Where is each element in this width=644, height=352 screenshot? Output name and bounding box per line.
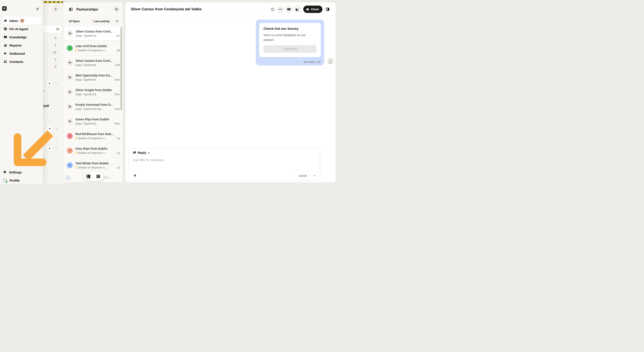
conversation-preview: Details of response s... bbox=[78, 151, 107, 154]
chevron-down-icon[interactable] bbox=[55, 82, 58, 85]
faded-avatar bbox=[65, 175, 71, 181]
panel-collapse-icon[interactable] bbox=[69, 8, 73, 11]
sidebar-item-inbox[interactable]: Inbox19 bbox=[2, 17, 42, 25]
conversation-panel: Silver Cactus from Cerdanyola del Vallès… bbox=[125, 2, 336, 183]
composer-mode-selector[interactable]: Reply bbox=[133, 151, 150, 154]
chevron-right-icon[interactable] bbox=[55, 137, 58, 140]
awaiting-flag bbox=[76, 166, 76, 169]
pin-sidebar-icon[interactable] bbox=[36, 7, 39, 11]
conversation-list-item[interactable]: Silver Knight from Dublin [App: Typeform… bbox=[63, 85, 123, 99]
conversation-title: Silver Cactus from Cerdanyola del Vallès bbox=[131, 7, 270, 12]
details-panel-toggle-icon[interactable] bbox=[326, 7, 330, 11]
open-filter-button[interactable]: 19 Open bbox=[66, 18, 82, 24]
gear-icon bbox=[3, 170, 7, 174]
conversation-time: 2mo bbox=[113, 78, 120, 81]
conversation-list: Silver Cactus from Cerd... [App: Typefor… bbox=[63, 26, 123, 172]
reply-arrow-icon bbox=[67, 60, 73, 66]
ticket-icon bbox=[287, 7, 291, 11]
add-inbox-button[interactable]: + bbox=[52, 5, 60, 13]
online-status-dot bbox=[6, 181, 8, 183]
conversation-list-item[interactable]: Grey Rain from Dublin Details of respons… bbox=[63, 143, 123, 158]
conversation-preview: [App: Typeform] bbox=[76, 78, 96, 81]
reply-arrow-icon bbox=[67, 31, 73, 36]
inbox-count: 19 bbox=[56, 27, 59, 31]
conversation-list-item[interactable]: Silver Cactus from Cerd... [App: Typefor… bbox=[64, 27, 122, 40]
snooze-button[interactable]: z bbox=[294, 6, 301, 13]
unread-count-badge: 19 bbox=[20, 18, 24, 23]
conversation-time: 1y bbox=[115, 137, 120, 140]
shortcuts-lightning-icon[interactable] bbox=[133, 174, 137, 178]
fin-icon bbox=[4, 27, 7, 31]
conversation-time: 1y bbox=[115, 151, 120, 154]
sidebar-item-fin-ai-agent[interactable]: Fin AI Agent bbox=[2, 25, 42, 33]
sidebar-item-knowledge[interactable]: Knowledge bbox=[2, 33, 42, 41]
conversation-list-item[interactable]: Silver Cactus from Cerd... [App: Typefor… bbox=[63, 55, 123, 70]
conversation-list-item[interactable]: Green Pipe from Dublin [App: Typeform] 3… bbox=[63, 114, 123, 129]
send-button[interactable]: Send bbox=[299, 174, 307, 178]
conversation-preview: [App: Typeform] bbox=[76, 63, 96, 67]
add-icon[interactable]: + bbox=[46, 80, 53, 87]
conversation-time: 2mo bbox=[113, 93, 120, 96]
participant-avatar bbox=[67, 45, 73, 51]
list-scrollbar[interactable] bbox=[120, 27, 122, 110]
chevron-right-icon[interactable] bbox=[55, 127, 58, 130]
survey-click-here-button[interactable]: Click here bbox=[264, 45, 316, 53]
list-title: Partnerships bbox=[76, 7, 113, 12]
awaiting-flag bbox=[76, 137, 76, 140]
add-icon[interactable]: + bbox=[46, 126, 53, 132]
star-icon[interactable] bbox=[270, 7, 275, 12]
intercom-logo[interactable] bbox=[2, 6, 7, 11]
survey-message-bubble: Check Out our Survey Give us some feedba… bbox=[256, 20, 324, 66]
sidebar-item-outbound[interactable]: Outbound bbox=[2, 49, 42, 58]
conversation-time: 1y bbox=[115, 166, 120, 169]
sidebar-item-profile[interactable]: Profile bbox=[2, 177, 42, 184]
reply-bubble-icon bbox=[133, 151, 136, 154]
conversation-list-item[interactable]: Lilac Grill from Dublin Details of respo… bbox=[63, 41, 123, 55]
chevron-right-icon[interactable] bbox=[55, 147, 58, 150]
minus-glyph bbox=[69, 48, 71, 49]
more-options-button[interactable] bbox=[276, 6, 284, 13]
split-view-button[interactable] bbox=[85, 173, 92, 180]
send-options-chevron-icon[interactable] bbox=[313, 174, 316, 177]
column-view-button[interactable] bbox=[95, 173, 102, 180]
minus-glyph bbox=[69, 136, 71, 136]
composer-placeholder[interactable]: Use ⌘K for shortcuts bbox=[133, 158, 164, 162]
conversation-list-item[interactable]: Purple Astronaut from D... [App: Typefor… bbox=[63, 99, 123, 114]
contacts-icon bbox=[4, 60, 7, 64]
close-conversation-button[interactable]: Close bbox=[303, 6, 322, 13]
sort-field-button[interactable]: Last activity bbox=[91, 18, 112, 24]
participant-avatar bbox=[67, 133, 73, 139]
section-row[interactable]: + bbox=[46, 135, 58, 142]
conversation-title: Teal Whale from Dublin bbox=[76, 161, 120, 165]
inbox-selected-row[interactable]: 19 bbox=[41, 25, 62, 33]
conversation-list-item[interactable]: Mint Spaceship from Du... [App: Typeform… bbox=[63, 70, 123, 85]
conversation-list-item[interactable]: Red Birdhouse from Dub... Details of res… bbox=[63, 129, 123, 143]
sidebar-item-contacts[interactable]: Contacts bbox=[2, 58, 42, 66]
conversation-list-item[interactable]: Teal Whale from Dublin Details of respon… bbox=[63, 158, 123, 172]
reply-arrow-icon bbox=[67, 104, 73, 110]
conversation-time: 3mo bbox=[113, 122, 120, 125]
section-row[interactable]: + bbox=[46, 126, 58, 132]
sidebar-nav: Inbox19 Fin AI Agent Knowledge Reports O… bbox=[2, 17, 42, 66]
conversation-preview: Details of response s... bbox=[78, 166, 107, 169]
sidebar-item-settings[interactable]: Settings bbox=[2, 168, 42, 176]
sort-direction-button[interactable] bbox=[114, 18, 120, 24]
add-icon[interactable]: + bbox=[46, 135, 53, 142]
inbox-count: 22 bbox=[44, 51, 56, 54]
reply-composer[interactable]: Reply Use ⌘K for shortcuts Send bbox=[129, 148, 320, 181]
awaiting-flag bbox=[76, 49, 76, 52]
ticket-button[interactable] bbox=[285, 6, 293, 13]
sidebar-item-reports[interactable]: Reports bbox=[2, 41, 42, 49]
inbox-count: 1 bbox=[44, 43, 56, 47]
conversation-preview: [App: Typeform] bbox=[76, 122, 96, 125]
moon-snooze-icon: z bbox=[295, 7, 299, 12]
close-inbox-icon bbox=[306, 8, 309, 11]
section-row[interactable]: + bbox=[46, 145, 58, 152]
search-button[interactable] bbox=[113, 6, 120, 13]
add-icon[interactable]: + bbox=[46, 145, 53, 152]
conversation-preview: [App: Typeform] [Ap... bbox=[76, 107, 104, 110]
conversation-title: Purple Astronaut from D... bbox=[76, 103, 120, 106]
section-row[interactable]: + bbox=[46, 80, 58, 87]
reply-arrow-icon bbox=[67, 118, 73, 124]
main-nav-sidebar: Inbox19 Fin AI Agent Knowledge Reports O… bbox=[0, 0, 43, 185]
